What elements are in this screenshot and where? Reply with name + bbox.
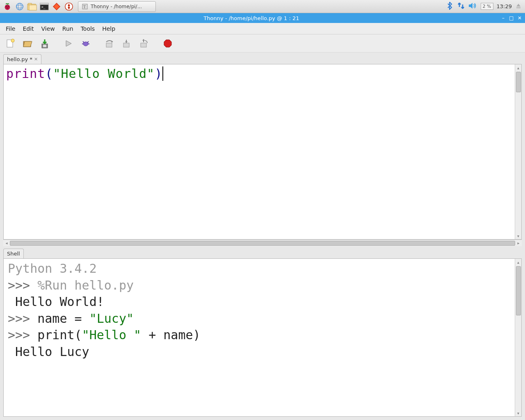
editor-tab-label: hello.py *: [7, 56, 32, 62]
web-browser-icon[interactable]: [14, 1, 25, 12]
code-rparen: ): [155, 66, 162, 81]
menu-view[interactable]: View: [38, 24, 58, 33]
editor-tab[interactable]: hello.py * ✕: [3, 54, 41, 64]
window-titlebar[interactable]: Thonny - /home/pi/hello.py @ 1 : 21 – □ …: [0, 13, 525, 23]
menu-run[interactable]: Run: [59, 24, 77, 33]
window-controls: – □ ✕: [500, 15, 523, 21]
shell-vscrollbar[interactable]: ▴ ▾: [515, 259, 521, 416]
code-func: print: [6, 66, 45, 81]
file-manager-icon[interactable]: [26, 1, 38, 12]
editor-vscrollbar[interactable]: ▴ ▾: [515, 64, 521, 239]
svg-text:>_: >_: [41, 5, 46, 9]
volume-icon[interactable]: [468, 2, 477, 11]
menu-edit[interactable]: Edit: [19, 24, 37, 33]
shell-text[interactable]: Python 3.4.2 >>> %Run hello.py Hello Wor…: [4, 259, 515, 416]
svg-point-6: [18, 3, 21, 10]
taskbar-app-label: Thonny - /home/pi/...: [91, 4, 142, 9]
run-button[interactable]: [62, 37, 75, 50]
svg-rect-26: [43, 45, 46, 47]
wolfram-icon[interactable]: [63, 1, 75, 12]
svg-marker-39: [164, 40, 171, 47]
scroll-right-icon[interactable]: ▸: [515, 241, 522, 245]
editor-tab-strip: hello.py * ✕: [3, 54, 522, 64]
scroll-left-icon[interactable]: ◂: [3, 241, 10, 245]
stop-button[interactable]: [161, 37, 175, 50]
mathematica-icon[interactable]: [51, 1, 62, 12]
svg-rect-9: [29, 5, 37, 10]
terminal-icon[interactable]: >_: [39, 1, 50, 12]
svg-marker-24: [23, 41, 32, 47]
svg-point-1: [5, 5, 7, 7]
shell-tab[interactable]: Shell: [3, 249, 24, 258]
close-icon[interactable]: ✕: [34, 57, 38, 62]
shell-input-2a: name =: [37, 311, 89, 326]
network-icon[interactable]: [457, 2, 465, 11]
taskbar-launchers: >_ T Thonny - /home/pi/...: [2, 1, 156, 12]
shell-input-2b: "Lucy": [89, 311, 134, 326]
minimize-button[interactable]: –: [500, 15, 506, 21]
editor-area: print("Hello World") ▴ ▾: [3, 64, 522, 240]
svg-marker-27: [66, 41, 71, 46]
scroll-down-icon[interactable]: ▾: [517, 410, 519, 416]
scroll-thumb[interactable]: [516, 72, 521, 92]
step-out-button[interactable]: [137, 37, 151, 50]
panes: hello.py * ✕ print("Hello World") ▴ ▾ ◂ …: [0, 52, 525, 420]
code-string: "Hello World": [53, 66, 155, 81]
scroll-up-icon[interactable]: ▴: [517, 64, 519, 71]
desktop-taskbar: >_ T Thonny - /home/pi/... 2 % 13:29: [0, 0, 525, 13]
editor-pane: hello.py * ✕ print("Hello World") ▴ ▾ ◂ …: [3, 54, 522, 246]
svg-marker-38: [142, 39, 145, 41]
shell-area: Python 3.4.2 >>> %Run hello.py Hello Wor…: [3, 258, 522, 417]
shell-input-3a: print(: [37, 328, 82, 342]
shell-header: Python 3.4.2: [8, 261, 97, 276]
window-title: Thonny - /home/pi/hello.py @ 1 : 21: [2, 15, 500, 21]
debug-button[interactable]: [79, 37, 93, 50]
menu-file[interactable]: File: [2, 24, 18, 33]
editor-text[interactable]: print("Hello World"): [4, 64, 515, 239]
shell-output-2: Hello Lucy: [15, 345, 89, 359]
scroll-down-icon[interactable]: ▾: [517, 233, 519, 239]
editor-hscrollbar[interactable]: ◂ ▸: [3, 240, 522, 246]
svg-point-5: [16, 5, 23, 8]
clock[interactable]: 13:29: [497, 3, 512, 9]
svg-line-32: [87, 41, 89, 43]
svg-rect-33: [106, 43, 112, 47]
svg-rect-37: [141, 43, 146, 47]
shell-prompt: >>>: [8, 311, 30, 326]
svg-line-31: [83, 41, 84, 43]
step-over-button[interactable]: [103, 37, 116, 50]
scroll-thumb-h[interactable]: [10, 241, 515, 246]
svg-rect-8: [28, 3, 32, 5]
bluetooth-icon[interactable]: [446, 2, 454, 11]
cpu-usage[interactable]: 2 %: [481, 3, 493, 10]
thonny-window: Thonny - /home/pi/hello.py @ 1 : 21 – □ …: [0, 13, 525, 420]
eject-icon[interactable]: [515, 2, 522, 10]
toolbar: [0, 34, 525, 52]
save-file-button[interactable]: [38, 37, 52, 50]
shell-tab-strip: Shell: [3, 249, 522, 258]
scroll-up-icon[interactable]: ▴: [517, 259, 519, 265]
shell-run-cmd: %Run hello.py: [37, 278, 134, 292]
step-into-button[interactable]: [120, 37, 134, 50]
close-button[interactable]: ✕: [517, 15, 523, 21]
new-file-button[interactable]: [3, 37, 17, 50]
scroll-thumb[interactable]: [516, 266, 521, 315]
svg-rect-20: [516, 7, 520, 8]
menu-tools[interactable]: Tools: [78, 24, 98, 33]
shell-pane: Shell Python 3.4.2 >>> %Run hello.py Hel…: [3, 249, 522, 417]
svg-marker-19: [516, 4, 520, 7]
open-file-button[interactable]: [21, 37, 34, 50]
thonny-app-icon: T: [82, 3, 88, 10]
svg-marker-36: [125, 41, 128, 43]
menubar: File Edit View Run Tools Help: [0, 23, 525, 34]
svg-rect-35: [123, 43, 129, 47]
shell-tab-label: Shell: [7, 251, 20, 257]
menu-help[interactable]: Help: [99, 24, 119, 33]
code-lparen: (: [45, 66, 53, 81]
maximize-button[interactable]: □: [509, 15, 514, 21]
taskbar-tray: 2 % 13:29: [446, 2, 523, 11]
raspberry-menu-icon[interactable]: [2, 1, 13, 12]
taskbar-window-button[interactable]: T Thonny - /home/pi/...: [78, 1, 156, 12]
shell-prompt: >>>: [8, 328, 30, 342]
shell-input-3c: + name): [141, 328, 201, 342]
